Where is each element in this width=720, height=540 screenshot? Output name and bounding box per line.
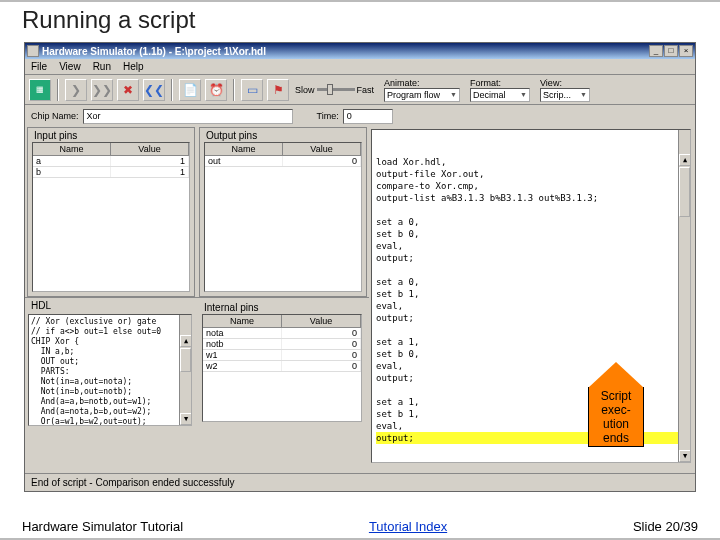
animate-select[interactable]: Program flow▼ — [384, 88, 460, 102]
script-line: output; — [376, 312, 686, 324]
menu-file[interactable]: File — [31, 61, 47, 72]
status-bar: End of script - Comparison ended success… — [25, 473, 695, 491]
step-icon[interactable]: ❯ — [65, 79, 87, 101]
script-line: output-list a%B3.1.3 b%B3.1.3 out%B3.1.3… — [376, 192, 686, 204]
script-line: compare-to Xor.cmp, — [376, 180, 686, 192]
load-icon[interactable]: 📄 — [179, 79, 201, 101]
table-row[interactable]: nota0 — [203, 328, 361, 339]
close-button[interactable]: × — [679, 45, 693, 57]
maximize-button[interactable]: □ — [664, 45, 678, 57]
input-pins-pane: Input pins NameValue a1b1 — [27, 127, 195, 297]
input-pins-label: Input pins — [28, 128, 194, 142]
script-line: output-file Xor.out, — [376, 168, 686, 180]
script-line: set b 0, — [376, 348, 686, 360]
output-pins-pane: Output pins NameValue out0 — [199, 127, 367, 297]
toolbar: ▦ ❯ ❯❯ ✖ ❮❮ 📄 ⏰ ▭ ⚑ Slow Fast Animate: P… — [25, 75, 695, 105]
table-row[interactable]: w20 — [203, 361, 361, 372]
script-line: eval, — [376, 240, 686, 252]
fast-label: Fast — [357, 85, 375, 95]
chip-icon[interactable]: ▦ — [29, 79, 51, 101]
script-line — [376, 204, 686, 216]
flag-icon[interactable]: ⚑ — [267, 79, 289, 101]
table-row[interactable]: w10 — [203, 350, 361, 361]
output-pins-table[interactable]: NameValue out0 — [204, 142, 362, 292]
minimize-button[interactable]: _ — [649, 45, 663, 57]
table-row[interactable]: b1 — [33, 167, 189, 178]
internal-pins-label: Internal pins — [198, 300, 366, 314]
script-scrollbar[interactable]: ▲▼ — [678, 130, 690, 462]
footer-right: Slide 20/39 — [633, 519, 698, 534]
slow-label: Slow — [295, 85, 315, 95]
run-icon[interactable]: ❯❯ — [91, 79, 113, 101]
view-label: View: — [540, 78, 590, 88]
callout-arrow: Script exec-ution ends — [577, 362, 655, 447]
chip-name-field[interactable]: Xor — [83, 109, 293, 124]
clock-icon[interactable]: ⏰ — [205, 79, 227, 101]
speed-slider[interactable]: Slow Fast — [295, 85, 374, 95]
footer-left: Hardware Simulator Tutorial — [22, 519, 183, 534]
hdl-scrollbar[interactable]: ▲▼ — [179, 315, 191, 425]
script-line: set b 0, — [376, 228, 686, 240]
app-icon — [27, 45, 39, 57]
script-line — [376, 264, 686, 276]
menu-help[interactable]: Help — [123, 61, 144, 72]
table-row[interactable]: a1 — [33, 156, 189, 167]
animate-label: Animate: — [384, 78, 460, 88]
stop-icon[interactable]: ✖ — [117, 79, 139, 101]
format-label: Format: — [470, 78, 530, 88]
window-title: Hardware Simulator (1.1b) - E:\project 1… — [42, 46, 649, 57]
screen-icon[interactable]: ▭ — [241, 79, 263, 101]
menu-view[interactable]: View — [59, 61, 81, 72]
callout-text: Script exec-ution ends — [591, 389, 641, 445]
rewind-icon[interactable]: ❮❮ — [143, 79, 165, 101]
script-line — [376, 324, 686, 336]
internal-pins-table[interactable]: NameValue nota0notb0w10w20 — [202, 314, 362, 422]
table-row[interactable]: out0 — [205, 156, 361, 167]
time-field: 0 — [343, 109, 393, 124]
app-window: Hardware Simulator (1.1b) - E:\project 1… — [24, 42, 696, 492]
hdl-text[interactable]: // Xor (exclusive or) gate // if a<>b ou… — [28, 314, 192, 426]
script-line: set a 1, — [376, 336, 686, 348]
script-line: eval, — [376, 300, 686, 312]
input-pins-table[interactable]: NameValue a1b1 — [32, 142, 190, 292]
script-line: load Xor.hdl, — [376, 156, 686, 168]
time-label: Time: — [317, 111, 339, 121]
tutorial-index-link[interactable]: Tutorial Index — [369, 519, 447, 534]
chip-info-row: Chip Name: Xor Time: 0 — [25, 105, 695, 127]
menubar: File View Run Help — [25, 59, 695, 75]
menu-run[interactable]: Run — [93, 61, 111, 72]
view-select[interactable]: Scrip...▼ — [540, 88, 590, 102]
output-pins-label: Output pins — [200, 128, 366, 142]
table-row[interactable]: notb0 — [203, 339, 361, 350]
script-line: set a 0, — [376, 216, 686, 228]
script-line: set a 0, — [376, 276, 686, 288]
titlebar: Hardware Simulator (1.1b) - E:\project 1… — [25, 43, 695, 59]
script-line: set b 1, — [376, 288, 686, 300]
script-line: output; — [376, 252, 686, 264]
format-select[interactable]: Decimal▼ — [470, 88, 530, 102]
chip-name-label: Chip Name: — [31, 111, 79, 121]
hdl-label: HDL — [25, 298, 195, 312]
slide-title: Running a script — [0, 2, 720, 40]
